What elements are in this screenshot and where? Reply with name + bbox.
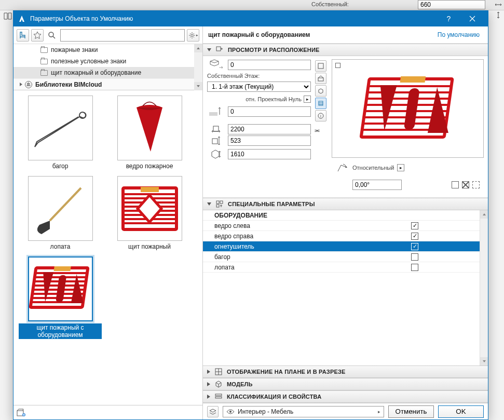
mirror-none-icon[interactable] [452,181,459,188]
width-row [207,124,311,135]
param-group-header[interactable]: ОБОРУДОВАНИЕ [203,210,480,221]
preview-mode-symbol[interactable] [315,60,326,72]
library-manager-button[interactable] [17,409,31,417]
param-row[interactable]: ведро справа [203,231,480,241]
ok-button[interactable]: OK [438,405,484,418]
thumbnail [28,256,93,321]
search-input[interactable] [60,29,185,42]
chair-icon-button[interactable] [17,29,29,42]
param-label: ведро справа [214,233,411,240]
params-icon [215,200,224,208]
width-input[interactable] [228,124,311,134]
folder-icon [40,59,48,64]
preview-fire-shield-icon [359,70,457,147]
bg-own-input[interactable] [418,0,485,9]
mirror-x-icon[interactable] [462,181,469,188]
tree-item-library[interactable]: 血 Библиотеки BIMcloud [13,78,202,90]
param-checkbox[interactable] [411,253,418,261]
section-classification[interactable]: КЛАССИФИКАЦИЯ И СВОЙСТВА [203,390,488,403]
svg-rect-55 [215,394,222,396]
link-dims-toggle[interactable]: ⫘ [314,127,320,134]
angle-row [332,180,484,194]
scroll-down-icon[interactable] [480,357,488,365]
layer-select[interactable]: Интерьер - Мебель ▸ [223,406,384,417]
section-floorplan-section[interactable]: ОТОБРАЖЕНИЕ НА ПЛАНЕ И В РАЗРЕЗЕ [203,365,488,378]
scroll-up-icon[interactable] [480,210,488,219]
scroll-up-icon[interactable] [194,44,202,52]
preview-mode-info[interactable]: i [315,110,326,121]
param-checkbox[interactable] [411,264,418,271]
default-settings-link[interactable]: По умолчанию [434,30,483,39]
library-item[interactable]: багор [19,96,102,170]
proj-zero-input[interactable] [228,106,311,117]
object-name: щит пожарный с оборудованием [208,31,434,38]
library-item[interactable]: щит пожарный [108,176,191,250]
svg-rect-49 [216,201,219,204]
section-preview-positioning[interactable]: ПРОСМОТР И РАСПОЛОЖЕНИЕ [203,44,488,56]
folder-tree: пожарные знаки полезные условные знаки щ… [13,44,202,90]
library-item[interactable]: лопата [19,176,102,250]
gear-icon [188,32,196,39]
param-label: ведро слева [214,222,411,229]
svg-point-0 [49,32,53,37]
svg-rect-56 [215,397,222,398]
chevron-right-icon [207,370,210,374]
preview-mode-3d[interactable] [315,85,326,97]
tree-item[interactable]: пожарные знаки [13,44,202,56]
preview-mode-plan[interactable] [315,73,326,84]
param-checkbox[interactable] [411,222,418,229]
z-input[interactable] [228,60,311,70]
thumbnail-label: щит пожарный с оборудованием [19,323,102,339]
svg-rect-31 [318,63,323,69]
search-icon [48,31,56,39]
proj-zero-value-row [207,106,311,117]
close-icon [469,16,475,22]
param-label: багор [214,253,411,261]
params-scrollbar[interactable] [480,210,488,365]
scroll-down-icon[interactable] [194,82,202,90]
param-row[interactable]: огнетушитель [203,241,480,252]
floor-row: 1. 1-й этаж (Текущий) [207,81,311,92]
rotation-row: Относительный ▸ [332,160,484,178]
preview-mode-elevation[interactable] [315,98,326,109]
bg-expand-h-icon [495,1,502,8]
section-model[interactable]: МОДЕЛЬ [203,378,488,390]
titlebar: Параметры Объекта по Умолчанию ? [13,11,488,26]
section-title: ОТОБРАЖЕНИЕ НА ПЛАНЕ И В РАЗРЕЗЕ [227,369,346,375]
proj-zero-flyout[interactable]: ▸ [304,96,311,103]
thumbnail-label: багор [52,162,69,170]
param-checkbox[interactable] [411,233,418,240]
depth-row [207,135,311,146]
library-item[interactable]: ведро пожарное [108,96,191,170]
relative-flyout[interactable]: ▸ [397,164,404,171]
svg-rect-30 [212,139,217,144]
cancel-button[interactable]: Отменить [388,405,434,418]
svg-rect-29 [213,126,219,131]
dialog-title: Параметры Объекта по Умолчанию [30,15,437,22]
param-row[interactable]: багор [203,252,480,262]
search-icon-button[interactable] [46,29,58,42]
param-row[interactable]: лопата [203,262,480,273]
mirror-y-icon[interactable] [472,181,480,188]
section-special-params[interactable]: СПЕЦИАЛЬНЫЕ ПАРАМЕТРЫ [203,198,488,210]
height-input[interactable] [228,149,311,159]
param-checkbox[interactable] [411,243,418,250]
close-button[interactable] [460,11,484,26]
tree-scrollbar[interactable] [194,44,202,90]
floor-select[interactable]: 1. 1-й этаж (Текущий) [207,82,311,92]
param-row[interactable]: ведро слева [203,221,480,231]
tree-item[interactable]: щит пожарный и оборудование [13,67,202,78]
help-button[interactable]: ? [437,11,460,26]
tree-item-label: пожарные знаки [51,46,98,53]
favorite-toggle[interactable] [31,29,44,42]
depth-input[interactable] [228,136,311,146]
star-icon [33,31,42,39]
layer-icon-button[interactable] [207,406,219,417]
tree-item-label: щит пожарный и оборудование [51,69,141,76]
angle-input[interactable] [352,180,402,190]
tree-item[interactable]: полезные условные знаки [13,56,202,67]
param-table: ОБОРУДОВАНИЕ ведро слева ведро справа ог… [203,210,480,365]
dialog: Параметры Объекта по Умолчанию ? [13,10,488,420]
library-item[interactable]: щит пожарный с оборудованием [19,256,102,339]
settings-button[interactable]: ▸ [187,29,199,42]
